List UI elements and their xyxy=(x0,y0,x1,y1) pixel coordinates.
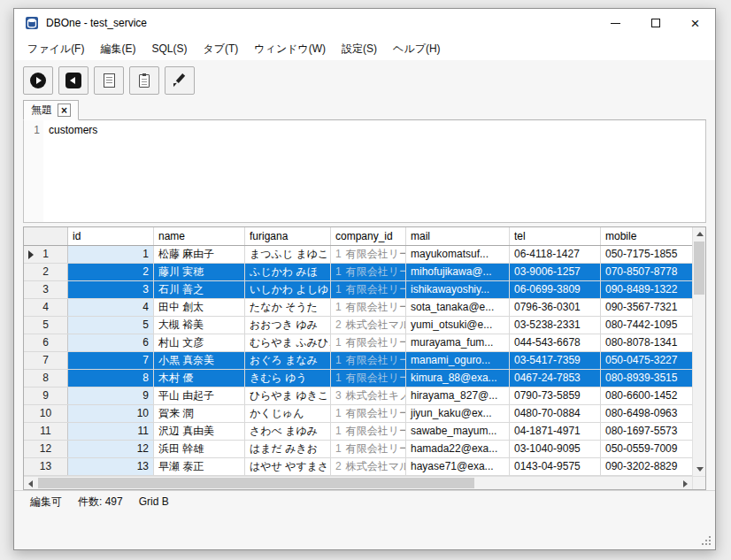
cell-mail[interactable]: mayukomatsuf... xyxy=(406,246,510,263)
cell-mobile[interactable]: 080-8939-3515 xyxy=(601,370,692,387)
cell-mail[interactable]: kimura_88@exa... xyxy=(406,370,510,387)
cell-name[interactable]: 大槻 裕美 xyxy=(154,317,245,334)
row-selector[interactable]: 12 xyxy=(24,441,68,457)
grid-row-8[interactable]: 88木村 優きむら ゆう1有限会社リードkimura_88@exa...0467… xyxy=(24,370,692,387)
grid-row-2[interactable]: 22藤川 実穂ふじかわ みほ1有限会社リードmihofujikawa@...03… xyxy=(24,264,692,281)
cell-mail[interactable]: hamada22@exa... xyxy=(406,441,510,457)
cell-name[interactable]: 石川 善之 xyxy=(154,281,245,298)
cell-company_id[interactable]: 1有限会社リード xyxy=(331,370,406,387)
cell-mobile[interactable]: 080-6600-1452 xyxy=(601,387,692,404)
sql-editor[interactable]: 1 customers xyxy=(23,120,706,223)
row-selector[interactable]: 2 xyxy=(24,264,68,280)
cell-mail[interactable]: murayama_fum... xyxy=(406,334,510,351)
menu-edit[interactable]: 編集(E) xyxy=(92,37,143,60)
cell-name[interactable]: 沢辺 真由美 xyxy=(154,423,245,440)
cell-mobile[interactable]: 080-1697-5573 xyxy=(601,423,692,440)
row-selector[interactable]: 7 xyxy=(24,352,68,369)
cell-name[interactable]: 松藤 麻由子 xyxy=(154,246,245,263)
cell-company_id[interactable]: 1有限会社リード xyxy=(331,281,406,298)
column-header-id[interactable]: id xyxy=(68,227,154,245)
cell-tel[interactable]: 0467-24-7853 xyxy=(510,370,601,387)
close-button[interactable]: × xyxy=(675,9,715,37)
cell-mobile[interactable]: 090-3202-8829 xyxy=(601,458,692,475)
cell-company_id[interactable]: 3株式会社キノシタ xyxy=(331,387,406,404)
vertical-scroll-track[interactable] xyxy=(693,241,705,463)
cell-tel[interactable]: 03-9006-1257 xyxy=(510,264,601,280)
cell-furigana[interactable]: たなか そうた xyxy=(245,299,331,316)
resize-grip[interactable] xyxy=(701,535,712,546)
row-selector[interactable]: 5 xyxy=(24,317,68,334)
row-selector[interactable]: 1 xyxy=(24,246,68,263)
cell-id[interactable]: 6 xyxy=(68,334,154,351)
cell-company_id[interactable]: 1有限会社リード xyxy=(331,299,406,316)
cell-furigana[interactable]: はやせ やすまさ xyxy=(245,458,331,475)
cell-name[interactable]: 早瀬 泰正 xyxy=(154,458,245,475)
menu-tab[interactable]: タブ(T) xyxy=(195,37,246,60)
cell-furigana[interactable]: むらやま ふみひこ xyxy=(245,334,331,351)
stop-button[interactable] xyxy=(58,66,88,95)
column-header-tel[interactable]: tel xyxy=(510,227,601,245)
cell-tel[interactable]: 06-0699-3809 xyxy=(510,281,601,298)
cell-id[interactable]: 1 xyxy=(68,246,154,263)
cell-furigana[interactable]: ひらやま ゆきこ xyxy=(245,387,331,404)
maximize-button[interactable] xyxy=(635,9,675,37)
scroll-down-button[interactable] xyxy=(693,463,706,476)
grid-row-11[interactable]: 1111沢辺 真由美さわべ まゆみ1有限会社リードsawabe_mayum...… xyxy=(24,423,692,441)
cell-furigana[interactable]: かくじゅん xyxy=(245,405,331,422)
cell-company_id[interactable]: 1有限会社リード xyxy=(331,334,406,351)
cell-company_id[interactable]: 1有限会社リード xyxy=(331,264,406,280)
cell-mail[interactable]: jiyun_kaku@ex... xyxy=(406,405,510,422)
row-selector[interactable]: 6 xyxy=(24,334,68,351)
menu-settings[interactable]: 設定(S) xyxy=(334,37,385,60)
cell-mail[interactable]: yumi_otsuki@e... xyxy=(406,317,510,334)
row-selector[interactable]: 4 xyxy=(24,299,68,316)
menu-window[interactable]: ウィンドウ(W) xyxy=(246,37,334,60)
cell-tel[interactable]: 04-1871-4971 xyxy=(510,423,601,440)
vertical-scroll-thumb[interactable] xyxy=(694,242,704,295)
cell-mobile[interactable]: 050-0475-3227 xyxy=(601,352,692,369)
cell-id[interactable]: 4 xyxy=(68,299,154,316)
horizontal-scroll-thumb[interactable] xyxy=(38,478,474,488)
scroll-right-button[interactable] xyxy=(679,477,692,490)
cell-name[interactable]: 田中 創太 xyxy=(154,299,245,316)
cell-tel[interactable]: 03-5238-2331 xyxy=(510,317,601,334)
cell-tel[interactable]: 0480-70-0884 xyxy=(510,405,601,422)
row-selector[interactable]: 11 xyxy=(24,423,68,440)
cell-furigana[interactable]: さわべ まゆみ xyxy=(245,423,331,440)
cell-id[interactable]: 13 xyxy=(68,458,154,475)
cell-mobile[interactable]: 080-8078-1341 xyxy=(601,334,692,351)
cell-mail[interactable]: sota_tanaka@e... xyxy=(406,299,510,316)
cell-mobile[interactable]: 070-8507-8778 xyxy=(601,264,692,280)
cell-furigana[interactable]: おおつき ゆみ xyxy=(245,317,331,334)
cell-mail[interactable]: manami_oguro... xyxy=(406,352,510,369)
cell-company_id[interactable]: 1有限会社リード xyxy=(331,246,406,263)
cell-furigana[interactable]: ふじかわ みほ xyxy=(245,264,331,280)
cell-id[interactable]: 2 xyxy=(68,264,154,280)
cell-name[interactable]: 浜田 幹雄 xyxy=(154,441,245,457)
menu-sql[interactable]: SQL(S) xyxy=(143,37,195,60)
cell-mail[interactable]: sawabe_mayum... xyxy=(406,423,510,440)
cell-tel[interactable]: 03-5417-7359 xyxy=(510,352,601,369)
cell-name[interactable]: 賀来 潤 xyxy=(154,405,245,422)
cell-mobile[interactable]: 090-3567-7321 xyxy=(601,299,692,316)
editor-code-area[interactable]: customers xyxy=(43,120,97,222)
menu-file[interactable]: ファイル(F) xyxy=(19,37,92,60)
cell-company_id[interactable]: 1有限会社リード xyxy=(331,405,406,422)
vertical-scrollbar[interactable] xyxy=(692,227,705,476)
cell-id[interactable]: 9 xyxy=(68,387,154,404)
cell-company_id[interactable]: 2株式会社マルナカ xyxy=(331,317,406,334)
cell-id[interactable]: 3 xyxy=(68,281,154,298)
column-header-selector[interactable] xyxy=(24,227,68,245)
cell-tel[interactable]: 044-543-6678 xyxy=(510,334,601,351)
cell-tel[interactable]: 0143-04-9575 xyxy=(510,458,601,475)
grid-row-12[interactable]: 1212浜田 幹雄はまだ みきお1有限会社リードhamada22@exa...0… xyxy=(24,441,692,458)
cell-name[interactable]: 村山 文彦 xyxy=(154,334,245,351)
cell-company_id[interactable]: 1有限会社リード xyxy=(331,441,406,457)
scroll-left-button[interactable] xyxy=(24,477,37,490)
titlebar[interactable]: DBOne - test_service × xyxy=(14,9,715,37)
cell-company_id[interactable]: 1有限会社リード xyxy=(331,352,406,369)
cell-furigana[interactable]: はまだ みきお xyxy=(245,441,331,457)
cell-mail[interactable]: hayase71@exa... xyxy=(406,458,510,475)
horizontal-scrollbar[interactable] xyxy=(24,477,692,489)
grid-row-3[interactable]: 33石川 善之いしかわ よしゆき1有限会社リードishikawayoshiy..… xyxy=(24,281,692,299)
